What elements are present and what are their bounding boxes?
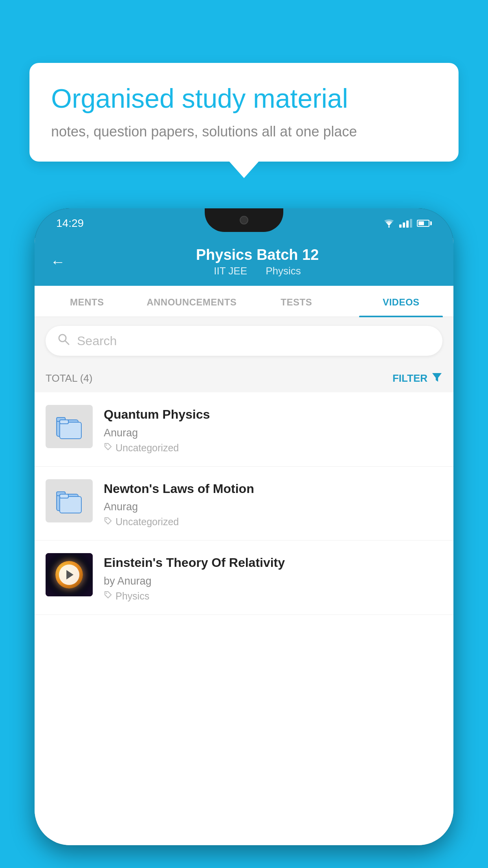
video-thumbnail-1 (46, 405, 93, 448)
phone-screen: ← Physics Batch 12 IIT JEE Physics MENTS… (35, 238, 453, 845)
header-subtitle-physics: Physics (266, 265, 301, 277)
tab-announcements[interactable]: ANNOUNCEMENTS (139, 286, 244, 316)
video-info-2: Newton's Laws of Motion Anurag Uncategor… (104, 479, 442, 528)
filter-label: FILTER (393, 372, 427, 384)
filter-icon (431, 371, 442, 385)
svg-point-0 (388, 226, 390, 228)
video-thumbnail-3 (46, 553, 93, 596)
tabs-bar: MENTS ANNOUNCEMENTS TESTS VIDEOS (35, 286, 453, 317)
video-tag-3: Physics (104, 590, 442, 602)
signal-icon (399, 219, 412, 228)
status-icons (383, 219, 432, 228)
svg-marker-3 (432, 373, 442, 382)
speech-bubble: Organised study material notes, question… (29, 63, 459, 162)
video-tag-label-1: Uncategorized (116, 442, 179, 454)
phone-notch (205, 208, 283, 232)
svg-rect-7 (60, 420, 68, 424)
tag-icon-1 (104, 442, 112, 453)
phone-frame: 14:29 (35, 208, 453, 845)
video-tag-label-2: Uncategorized (116, 516, 179, 528)
status-bar: 14:29 (35, 208, 453, 238)
bubble-title: Organised study material (51, 83, 437, 115)
filter-bar: TOTAL (4) FILTER (35, 364, 453, 392)
video-list: Quantum Physics Anurag Uncategorized (35, 392, 453, 845)
video-title-3: Einstein's Theory Of Relativity (104, 555, 442, 571)
tag-icon-3 (104, 590, 112, 601)
svg-line-2 (65, 341, 69, 344)
svg-point-14 (106, 593, 107, 594)
tab-videos[interactable]: VIDEOS (349, 286, 454, 316)
video-author-2: Anurag (104, 501, 442, 513)
video-title-1: Quantum Physics (104, 406, 442, 423)
bubble-subtitle: notes, question papers, solutions all at… (51, 123, 437, 140)
list-item[interactable]: Quantum Physics Anurag Uncategorized (35, 392, 453, 467)
header-subtitle: IIT JEE Physics (77, 265, 438, 277)
header-subtitle-iit: IIT JEE (214, 265, 247, 277)
phone-wrapper: 14:29 (35, 208, 453, 868)
folder-icon (53, 413, 85, 440)
tab-ments[interactable]: MENTS (35, 286, 139, 316)
list-item[interactable]: Newton's Laws of Motion Anurag Uncategor… (35, 467, 453, 541)
video-author-1: Anurag (104, 427, 442, 439)
tab-tests[interactable]: TESTS (244, 286, 349, 316)
back-button[interactable]: ← (50, 254, 65, 270)
video-tag-1: Uncategorized (104, 442, 442, 454)
video-title-2: Newton's Laws of Motion (104, 481, 442, 497)
tag-icon-2 (104, 517, 112, 528)
wifi-icon (383, 219, 394, 228)
status-time: 14:29 (56, 217, 84, 230)
filter-button[interactable]: FILTER (393, 371, 442, 385)
header-title: Physics Batch 12 (77, 246, 438, 263)
camera-dot (240, 216, 248, 224)
battery-icon (417, 220, 432, 227)
search-box[interactable]: Search (46, 326, 442, 356)
play-button-3[interactable] (59, 565, 79, 585)
svg-rect-6 (60, 422, 81, 439)
video-tag-label-3: Physics (116, 590, 149, 602)
svg-rect-11 (60, 497, 81, 513)
svg-rect-12 (60, 494, 68, 498)
svg-point-8 (106, 445, 107, 446)
total-count: TOTAL (4) (46, 372, 92, 384)
play-triangle-icon (66, 570, 73, 579)
header-title-area: Physics Batch 12 IIT JEE Physics (77, 246, 438, 277)
list-item[interactable]: Einstein's Theory Of Relativity by Anura… (35, 541, 453, 615)
search-input[interactable]: Search (77, 334, 117, 348)
search-icon (57, 333, 70, 349)
app-header: ← Physics Batch 12 IIT JEE Physics (35, 238, 453, 286)
search-container: Search (35, 317, 453, 364)
video-author-3: by Anurag (104, 575, 442, 587)
video-tag-2: Uncategorized (104, 516, 442, 528)
svg-point-13 (106, 519, 107, 520)
folder-icon-2 (53, 487, 85, 515)
video-info-1: Quantum Physics Anurag Uncategorized (104, 405, 442, 454)
video-info-3: Einstein's Theory Of Relativity by Anura… (104, 553, 442, 602)
video-thumbnail-2 (46, 479, 93, 522)
